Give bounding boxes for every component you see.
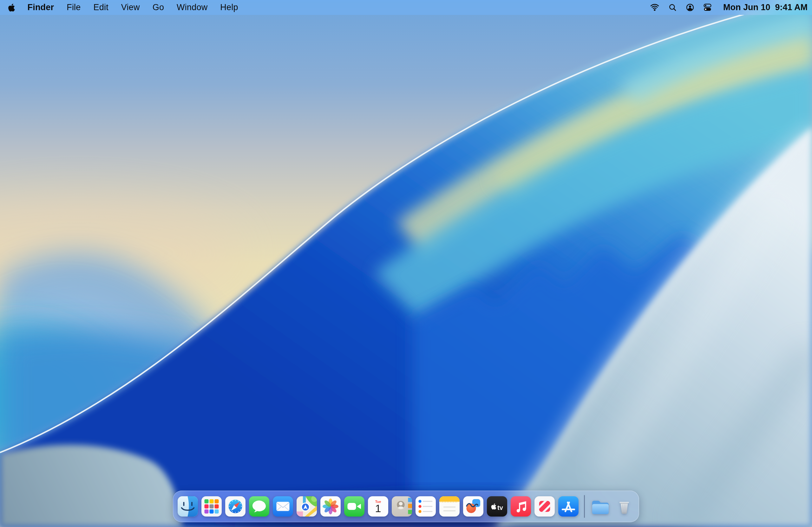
dock-item-calendar[interactable]: Tue 1 <box>368 496 388 516</box>
menu-window[interactable]: Window <box>177 2 207 12</box>
dock-item-reminders[interactable] <box>416 496 436 516</box>
user-account-icon[interactable] <box>686 3 694 12</box>
svg-text:1: 1 <box>375 502 381 514</box>
dock-item-photos[interactable] <box>320 496 340 516</box>
dock-item-maps[interactable] <box>296 496 317 516</box>
status-icons <box>650 3 712 12</box>
menu-bar-date: Mon Jun 10 <box>723 2 770 12</box>
dock-item-facetime[interactable] <box>344 496 364 516</box>
dock-divider <box>584 495 585 518</box>
dock-item-safari[interactable] <box>225 496 246 516</box>
dock-item-appstore[interactable] <box>558 496 579 516</box>
wifi-icon[interactable] <box>650 3 659 12</box>
menu-bar-time: 9:41 AM <box>775 2 808 12</box>
dock-item-music[interactable] <box>511 496 531 516</box>
menu-bar-clock[interactable]: Mon Jun 10 9:41 AM <box>723 2 808 12</box>
dock-item-notes[interactable] <box>439 496 460 516</box>
desktop-wallpaper <box>0 0 812 527</box>
menu-edit[interactable]: Edit <box>93 2 108 12</box>
spotlight-search-icon[interactable] <box>668 3 677 12</box>
dock-item-mail[interactable] <box>273 496 293 516</box>
menu-bar-left: FinderFileEditViewGoWindowHelp <box>8 2 238 12</box>
dock-item-messages[interactable] <box>249 496 269 516</box>
svg-text:tv: tv <box>497 504 503 511</box>
dock: Tue 1 tv <box>173 491 639 522</box>
dock-item-news[interactable] <box>535 496 555 516</box>
menu-bar-status: Mon Jun 10 9:41 AM <box>650 2 808 12</box>
menu-go[interactable]: Go <box>153 2 164 12</box>
dock-item-appletv[interactable]: tv <box>487 496 507 516</box>
dock-item-launchpad[interactable] <box>201 496 222 516</box>
menu-help[interactable]: Help <box>220 2 238 12</box>
dock-item-freeform[interactable] <box>463 496 483 516</box>
apple-menu[interactable] <box>8 3 16 12</box>
menu-file[interactable]: File <box>67 2 81 12</box>
dock-item-trash[interactable] <box>614 496 634 516</box>
menu-finder[interactable]: Finder <box>28 2 54 12</box>
menu-bar: FinderFileEditViewGoWindowHelp Mon Jun 1… <box>0 0 812 15</box>
control-center-icon[interactable] <box>703 3 712 12</box>
dock-item-finder[interactable] <box>178 496 198 516</box>
dock-item-contacts[interactable] <box>392 496 412 516</box>
menu-view[interactable]: View <box>121 2 140 12</box>
dock-item-folder[interactable] <box>590 496 611 516</box>
app-menus: FinderFileEditViewGoWindowHelp <box>28 2 238 12</box>
